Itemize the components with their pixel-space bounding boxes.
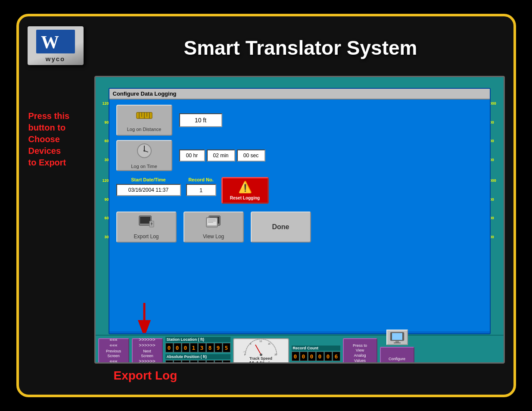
prev-screen-label: Previous Screen <box>106 349 121 358</box>
seconds-input[interactable] <box>237 149 265 162</box>
speedometer-svg: 0 5 10 15 20 -20 <box>235 339 287 356</box>
distance-input-area <box>179 113 483 127</box>
configure-display-group: Configure Display <box>380 330 414 364</box>
date-record-reset-row: Start Date/Time Record No. ⚠️ Reset Logg… <box>116 177 483 204</box>
record-no-label: Record No. <box>188 177 214 182</box>
reset-logging-label: Reset Logging <box>230 196 260 200</box>
main-content: Press thisbutton toChooseDevicesto Expor… <box>28 76 505 364</box>
view-log-label: View Log <box>203 234 224 240</box>
next-screen-button[interactable]: >>>>>>>>>>>> Next Screen >>>>>>>>>>>> <box>132 338 163 364</box>
svg-rect-13 <box>395 341 399 342</box>
svg-point-4 <box>260 353 262 356</box>
svg-text:15: 15 <box>268 342 271 345</box>
outer-frame: W wyco Smart Translator System Press thi… <box>16 14 516 397</box>
record-no-input[interactable] <box>186 184 216 196</box>
station-odometer: 00013895 <box>165 343 230 352</box>
action-row: Export Log <box>116 212 483 243</box>
start-datetime-section: Start Date/Time <box>116 177 181 196</box>
channel-numbers-row: // Will render via JS below <box>96 77 504 86</box>
monitor-icon <box>386 330 408 345</box>
next-screen-label: Next Screen <box>141 349 153 358</box>
status-bar: «««««« Previous Screen «««««« >>>>>>>>>>… <box>96 335 504 364</box>
speedometer: 0 5 10 15 20 -20 Track Speed 11.4 ft/min <box>233 338 289 364</box>
logo-icon: W <box>36 30 75 53</box>
bottom-annotation: Export Log <box>28 364 505 388</box>
start-datetime-input[interactable] <box>116 184 181 196</box>
svg-text:5: 5 <box>250 342 251 345</box>
ruler-icon <box>136 109 153 125</box>
distance-value-input[interactable] <box>179 113 222 127</box>
log-on-distance-button[interactable]: Log on Distance <box>116 105 172 136</box>
svg-rect-14 <box>394 342 401 343</box>
log-on-time-label: Log on Time <box>131 164 157 169</box>
track-speed-value: 11.4 ft/min <box>249 361 272 364</box>
time-input-area <box>179 149 265 162</box>
header-row: W wyco Smart Translator System <box>28 24 505 72</box>
log-on-time-row: Log on Time <box>116 140 483 171</box>
svg-text:-20: -20 <box>243 351 246 353</box>
screen-area: // Will render via JS below 123456789101… <box>94 76 505 364</box>
logo-block: W wyco <box>28 26 84 65</box>
reset-logging-button[interactable]: ⚠️ Reset Logging <box>221 177 269 204</box>
done-button[interactable]: Done <box>251 212 311 243</box>
previous-screen-button[interactable]: «««««« Previous Screen «««««« <box>98 338 129 364</box>
export-log-annotation: Export Log <box>114 369 177 383</box>
record-count-box: Record Count 000006 <box>292 346 340 361</box>
log-on-distance-row: Log on Distance <box>116 105 483 136</box>
record-count-odometer: 000006 <box>292 352 340 361</box>
press-button-text: Press thisbutton toChooseDevicesto Expor… <box>28 110 94 168</box>
record-count-label: Record Count <box>292 346 340 351</box>
app-title: Smart Translator System <box>96 36 505 59</box>
station-location-box: Station Location ( ft) 00013895 Absolute… <box>165 337 230 364</box>
dialog-title-bar: Configure Data Logging <box>109 89 490 100</box>
svg-text:0: 0 <box>244 353 245 356</box>
log-on-time-button[interactable]: Log on Time <box>116 140 172 171</box>
dialog-body: Log on Distance <box>109 100 490 331</box>
export-log-label: Export Log <box>134 234 159 240</box>
start-datetime-label: Start Date/Time <box>131 177 166 182</box>
log-on-distance-label: Log on Distance <box>127 127 162 132</box>
configure-data-logging-dialog: Configure Data Logging <box>109 88 491 334</box>
record-no-section: Record No. <box>186 177 216 196</box>
track-speed-label: Track Speed <box>249 356 272 361</box>
station-location-label: Station Location ( ft) <box>165 337 230 342</box>
svg-text:20: 20 <box>274 353 277 356</box>
absolute-odometer: 00013895 <box>165 360 230 364</box>
logo-text: wyco <box>46 55 65 62</box>
minutes-input[interactable] <box>207 149 235 162</box>
svg-rect-12 <box>392 333 402 340</box>
configure-display-button[interactable]: Configure Display <box>380 347 414 364</box>
svg-text:10: 10 <box>259 340 262 342</box>
warning-icon: ⚠️ <box>238 181 252 194</box>
logo-area: W wyco <box>28 26 96 69</box>
configure-display-label: Configure Display <box>389 357 405 364</box>
done-label: Done <box>272 223 289 231</box>
svg-rect-26 <box>140 217 150 224</box>
view-icon <box>205 215 222 232</box>
left-annotation: Press thisbutton toChooseDevicesto Expor… <box>28 76 94 364</box>
export-log-button[interactable]: Export Log <box>116 212 177 243</box>
view-log-button[interactable]: View Log <box>184 212 244 243</box>
svg-rect-33 <box>207 218 217 225</box>
dialog-title: Configure Data Logging <box>113 90 177 97</box>
absolute-position-label: Absolute Position ( ft) <box>165 354 230 359</box>
analog-values-button[interactable]: Press to View Analog Values <box>343 338 377 364</box>
hours-input[interactable] <box>179 149 205 162</box>
analog-values-label: Press to View Analog Values <box>353 343 367 364</box>
export-icon <box>138 215 155 232</box>
clock-icon <box>136 143 152 162</box>
svg-text:W: W <box>41 32 59 52</box>
